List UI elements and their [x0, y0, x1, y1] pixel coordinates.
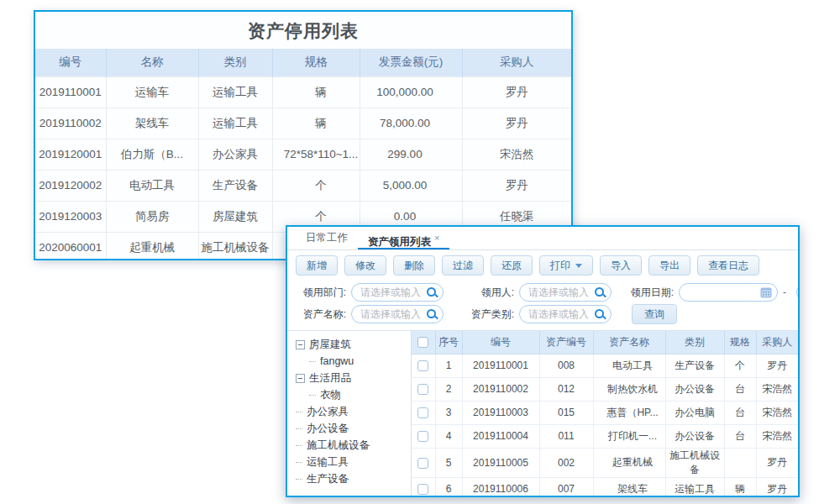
- view-log-button[interactable]: 查看日志: [697, 255, 759, 276]
- column-header-id: 编号: [462, 331, 539, 354]
- asset-lead-table: 序号 编号 资产编号 资产名称 类别 规格 采购人 1: [412, 331, 798, 497]
- asset-name-link[interactable]: 架线车: [106, 108, 198, 139]
- asset-name-link[interactable]: 运输车: [106, 76, 198, 108]
- purchaser-link[interactable]: 罗丹: [462, 170, 571, 201]
- column-header-spec: 规格: [724, 331, 756, 354]
- asset-id-link[interactable]: 2019110004: [462, 424, 539, 448]
- tree-item-8[interactable]: 生产设备: [296, 470, 411, 487]
- close-icon[interactable]: ×: [434, 233, 439, 243]
- tree-label: 生产设备: [307, 472, 349, 486]
- date-to-wrap: [796, 283, 800, 302]
- filter-button[interactable]: 过滤: [442, 255, 484, 276]
- asset-id-link[interactable]: 2019110003: [462, 401, 539, 424]
- asset-name-link[interactable]: 电动工具: [593, 354, 665, 377]
- search-icon[interactable]: [594, 308, 606, 320]
- button-label: 查看日志: [708, 259, 748, 273]
- tree-item-4[interactable]: 办公家具: [296, 403, 411, 420]
- column-header-asset-name: 资产名称: [593, 331, 665, 354]
- tree-item-6[interactable]: 施工机械设备: [296, 437, 411, 454]
- lead-table-header-row: 序号 编号 资产编号 资产名称 类别 规格 采购人: [412, 331, 798, 354]
- asset-no-link[interactable]: 012: [539, 377, 593, 401]
- asset-id-link[interactable]: 2019110001: [462, 354, 539, 377]
- asset-id-link[interactable]: 2020060001: [35, 232, 106, 260]
- print-button[interactable]: 打印: [539, 255, 593, 276]
- table-row: 4 2019110004 011 打印机一... 办公设备 台 宋浩然: [412, 424, 798, 448]
- purchaser-link[interactable]: 罗丹: [756, 354, 798, 377]
- row-checkbox[interactable]: [417, 431, 428, 442]
- purchaser-link[interactable]: 罗丹: [462, 76, 571, 108]
- row-checkbox[interactable]: [417, 458, 428, 469]
- search-icon[interactable]: [594, 286, 606, 298]
- asset-amount: 5,000.00: [360, 170, 462, 201]
- export-button[interactable]: 导出: [648, 255, 690, 276]
- tree-item-7[interactable]: 运输工具: [296, 454, 411, 470]
- table-row: 3 2019110003 015 惠普（HP... 办公电脑 台 宋浩然: [412, 401, 798, 424]
- tree-item-2[interactable]: 生活用品: [296, 370, 411, 386]
- purchaser-link[interactable]: 宋浩然: [756, 401, 798, 424]
- tree-label: 施工机械设备: [307, 438, 370, 453]
- stop-table-header-row: 编号 名称 类别 规格 发票金额(元) 采购人: [35, 49, 571, 76]
- purchaser-link[interactable]: 宋浩然: [756, 424, 798, 448]
- asset-name-link[interactable]: 打印机一...: [593, 424, 665, 448]
- purchaser-link[interactable]: 宋浩然: [462, 139, 571, 170]
- desktop: 资产停用列表 编号 名称 类别 规格 发票金额(元) 采购人 201911000…: [0, 0, 840, 504]
- button-label: 导出: [659, 259, 680, 273]
- import-button[interactable]: 导入: [600, 255, 642, 276]
- asset-name-link[interactable]: 起重机械: [593, 448, 665, 477]
- select-all-checkbox[interactable]: [417, 337, 428, 348]
- asset-name-link[interactable]: 伯力斯（B...: [106, 139, 198, 170]
- asset-no-link[interactable]: 008: [539, 354, 593, 377]
- asset-id-link[interactable]: 2019110006: [462, 477, 539, 497]
- asset-id-link[interactable]: 2019120003: [35, 201, 106, 232]
- tree-label: 办公设备: [307, 422, 349, 436]
- row-checkbox[interactable]: [417, 407, 428, 418]
- asset-name-link[interactable]: 简易房: [106, 201, 198, 232]
- asset-name-link[interactable]: 电动工具: [106, 170, 198, 201]
- purchaser-link[interactable]: 罗丹: [756, 448, 798, 477]
- tab-daily-work[interactable]: 日常工作: [296, 227, 358, 249]
- asset-id-link[interactable]: 2019120001: [35, 139, 106, 170]
- row-checkbox[interactable]: [417, 360, 428, 371]
- tree-item-3[interactable]: 衣物: [296, 386, 411, 403]
- search-icon[interactable]: [426, 308, 438, 320]
- asset-spec: 辆: [272, 108, 360, 139]
- purchaser-link[interactable]: 宋浩然: [756, 377, 798, 401]
- tree-item-0[interactable]: 房屋建筑: [296, 336, 411, 353]
- query-button[interactable]: 查询: [632, 304, 677, 324]
- button-label: 修改: [355, 259, 375, 273]
- dept-label: 领用部门:: [287, 286, 346, 300]
- tab-asset-lead-list[interactable]: 资产领用列表×: [358, 227, 449, 249]
- asset-no-link[interactable]: 011: [539, 424, 593, 448]
- asset-id-link[interactable]: 2019120002: [35, 170, 106, 201]
- asset-spec: 辆: [724, 477, 756, 497]
- column-header-amount: 发票金额(元): [360, 49, 462, 76]
- asset-name-link[interactable]: 制热饮水机: [593, 377, 665, 401]
- asset-id-link[interactable]: 2019110005: [462, 448, 539, 477]
- asset-no-link[interactable]: 007: [539, 477, 593, 497]
- asset-name-link[interactable]: 惠普（HP...: [593, 401, 665, 424]
- asset-name-link[interactable]: 起重机械: [106, 232, 198, 260]
- row-checkbox[interactable]: [417, 484, 428, 495]
- asset-no-link[interactable]: 015: [539, 401, 593, 424]
- row-checkbox[interactable]: [417, 384, 428, 395]
- tree-item-5[interactable]: 办公设备: [296, 420, 411, 437]
- purchaser-link[interactable]: 罗丹: [756, 477, 798, 497]
- tree-item-1[interactable]: fangwu: [296, 353, 411, 370]
- collapse-icon[interactable]: [296, 340, 305, 349]
- asset-id-link[interactable]: 2019110002: [35, 108, 106, 139]
- calendar-icon[interactable]: [760, 286, 772, 298]
- edit-button[interactable]: 修改: [344, 255, 386, 276]
- asset-name-link[interactable]: 架线车: [593, 477, 665, 497]
- purchaser-link[interactable]: 罗丹: [462, 108, 571, 139]
- restore-button[interactable]: 还原: [491, 255, 533, 276]
- search-icon[interactable]: [426, 286, 438, 298]
- asset-id-link[interactable]: 2019110001: [35, 76, 106, 108]
- column-header-id: 编号: [35, 49, 106, 76]
- date-to-input[interactable]: [796, 283, 800, 302]
- collapse-icon[interactable]: [296, 374, 305, 383]
- asset-id-link[interactable]: 2019110002: [462, 377, 539, 401]
- row-select-cell: [412, 401, 435, 424]
- add-button[interactable]: 新增: [296, 255, 338, 276]
- asset-no-link[interactable]: 002: [539, 448, 593, 477]
- delete-button[interactable]: 删除: [393, 255, 435, 276]
